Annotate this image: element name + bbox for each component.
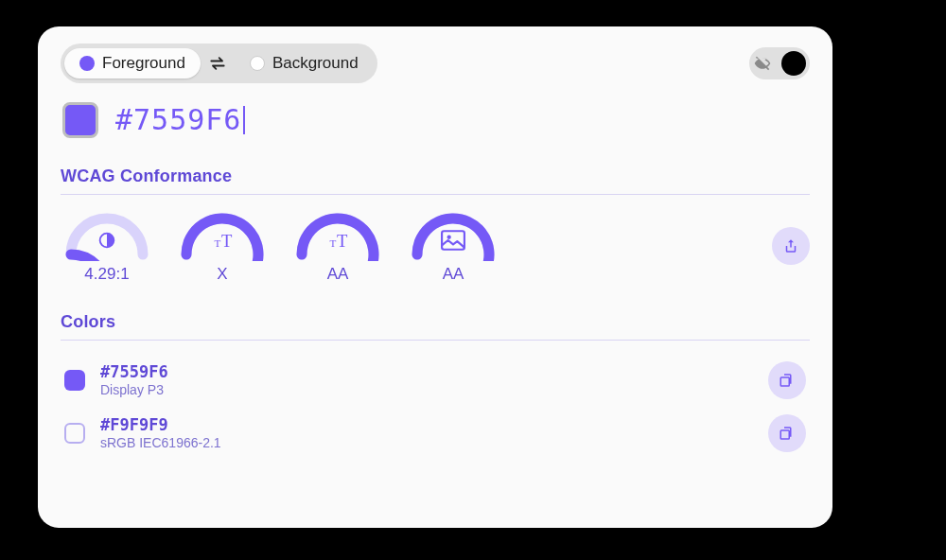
hex-input-row: #7559F6 <box>61 102 810 138</box>
color-row: #7559F6Display P3 <box>61 354 810 407</box>
toggle-knob <box>781 51 806 76</box>
fg-bg-toggle: Foreground Background <box>61 44 377 83</box>
svg-text:T: T <box>221 231 233 251</box>
color-swatch[interactable] <box>64 423 85 444</box>
gauge: TTAA <box>291 208 384 284</box>
colors-heading: Colors <box>61 312 810 332</box>
foreground-tab[interactable]: Foreground <box>64 48 201 79</box>
share-icon <box>782 237 799 254</box>
background-dot-icon <box>250 56 265 71</box>
wcag-heading: WCAG Conformance <box>61 166 810 186</box>
color-meta: #F9F9F9sRGB IEC61966-2.1 <box>100 415 768 452</box>
text-large-icon: TT <box>291 230 384 251</box>
color-profile: Display P3 <box>100 382 768 399</box>
copy-icon <box>779 372 796 389</box>
header-row: Foreground Background <box>61 44 810 83</box>
copy-button[interactable] <box>768 361 806 399</box>
gauge-label: AA <box>443 265 464 284</box>
divider <box>61 194 810 195</box>
text-small-icon: TT <box>176 230 269 251</box>
share-button[interactable] <box>772 227 810 265</box>
app-window: Foreground Background #7559 <box>38 26 832 528</box>
gauge: 4.29:1 <box>61 208 153 284</box>
swap-button[interactable] <box>208 54 227 73</box>
svg-text:T: T <box>215 237 221 249</box>
wcag-row: 4.29:1 TTX TTAA AA <box>61 208 810 284</box>
background-tab[interactable]: Background <box>235 48 374 79</box>
copy-button[interactable] <box>768 414 806 452</box>
preview-toggle[interactable] <box>749 47 810 79</box>
foreground-label: Foreground <box>102 54 185 73</box>
gauge-label: 4.29:1 <box>84 265 129 284</box>
gauge: TTX <box>176 208 269 284</box>
svg-point-10 <box>447 236 451 239</box>
color-hex: #7559F6 <box>100 362 768 382</box>
gauge-label: X <box>217 265 227 284</box>
foreground-dot-icon <box>79 56 95 71</box>
svg-rect-9 <box>442 231 464 250</box>
colors-list: #7559F6Display P3#F9F9F9sRGB IEC61966-2.… <box>61 354 810 460</box>
gauge-label: AA <box>327 265 349 284</box>
swap-icon <box>208 54 227 73</box>
svg-text:T: T <box>330 237 337 249</box>
color-profile: sRGB IEC61966-2.1 <box>100 435 768 452</box>
color-swatch[interactable] <box>64 370 85 391</box>
image-icon <box>407 230 499 251</box>
divider <box>61 340 810 341</box>
contrast-icon <box>61 230 153 251</box>
color-row: #F9F9F9sRGB IEC61966-2.1 <box>61 407 810 460</box>
color-swatch-large[interactable] <box>62 102 98 138</box>
gauges: 4.29:1 TTX TTAA AA <box>61 208 772 284</box>
copy-icon <box>779 425 796 442</box>
eye-off-icon <box>753 54 772 73</box>
gauge: AA <box>407 208 499 284</box>
color-meta: #7559F6Display P3 <box>100 362 768 399</box>
color-hex: #F9F9F9 <box>100 415 768 435</box>
hex-input[interactable]: #7559F6 <box>115 106 245 134</box>
background-label: Background <box>272 54 359 73</box>
svg-text:T: T <box>337 231 348 251</box>
